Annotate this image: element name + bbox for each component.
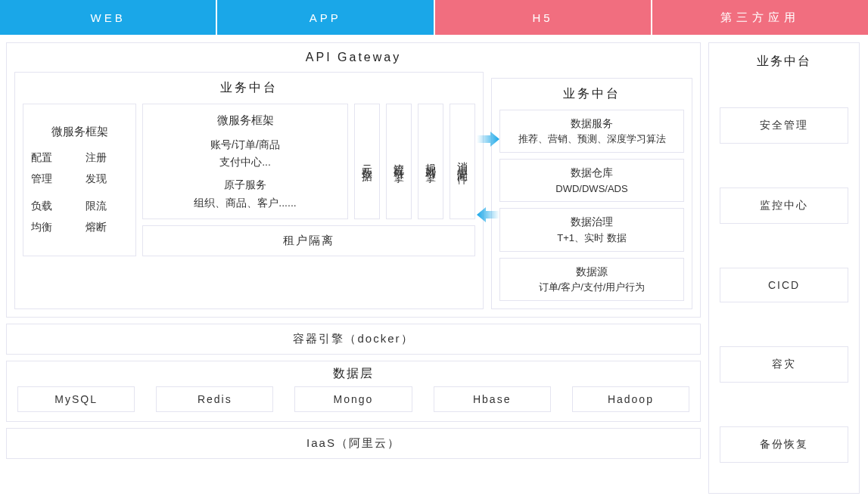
ops-panel: 业务中台 安全管理 监控中心 CICD 容灾 备份恢复 xyxy=(708,42,860,494)
biz-mid-right-panel: 业务中台 数据服务 推荐、营销、预测、深度学习算法 数据仓库 DWD/DWS/A… xyxy=(491,78,692,309)
msvc-item: 限流 xyxy=(86,200,128,213)
ops-dr: 容灾 xyxy=(720,346,848,383)
vcol-metadata: 元数据 xyxy=(354,104,380,219)
msvc-center-line: 支付中心... xyxy=(148,153,343,172)
msvc-item: 负载 xyxy=(31,200,73,213)
microservice-framework-grid: 配置 注册 管理 发现 负载 限流 均衡 熔断 xyxy=(31,151,128,234)
msvc-item: 配置 xyxy=(31,151,73,165)
data-item-title: 数据服务 xyxy=(503,115,680,132)
msvc-item: 熔断 xyxy=(86,221,128,234)
tab-app: APP xyxy=(217,0,434,35)
top-tabs: WEB APP H5 第三方应用 xyxy=(0,0,868,35)
microservice-center-title: 微服务框架 xyxy=(148,110,343,130)
data-item-title: 数据源 xyxy=(503,263,680,280)
data-item-title: 数据治理 xyxy=(503,213,680,230)
db-mysql: MySQL xyxy=(17,386,135,412)
biz-mid-left-content: 微服务框架 配置 注册 管理 发现 负载 限流 均衡 熔断 xyxy=(15,104,483,264)
biz-mid-right-title: 业务中台 xyxy=(492,79,692,110)
msvc-center-line: 原子服务 xyxy=(148,176,343,194)
data-panel-inner: 数据服务 推荐、营销、预测、深度学习算法 数据仓库 DWD/DWS/ADS 数据… xyxy=(492,110,692,308)
tab-h5: H5 xyxy=(435,0,652,35)
vcol-flow-engine: 流程引擎 xyxy=(386,104,412,219)
architecture-diagram: WEB APP H5 第三方应用 API Gateway 业务中台 微服务框架 xyxy=(0,0,868,496)
biz-mid-left-panel: 业务中台 微服务框架 配置 注册 管理 发现 负载 xyxy=(14,72,484,309)
left-column: API Gateway 业务中台 微服务框架 配置 注册 xyxy=(6,42,701,494)
body-row: API Gateway 业务中台 微服务框架 配置 注册 xyxy=(0,35,868,494)
data-warehouse-box: 数据仓库 DWD/DWS/ADS xyxy=(499,159,684,202)
ops-security: 安全管理 xyxy=(720,107,848,144)
data-item-desc: T+1、实时 数据 xyxy=(503,231,680,246)
db-hadoop: Hadoop xyxy=(572,386,689,412)
iaas-panel: IaaS（阿里云） xyxy=(6,428,701,459)
data-layer-inner: MySQL Redis Mongo Hbase Hadoop xyxy=(7,386,700,421)
ops-backup: 备份恢复 xyxy=(720,426,848,463)
microservice-center-row: 微服务框架 账号/订单/商品 支付中心... 原子服务 组织、商品、客户....… xyxy=(142,104,475,219)
data-service-box: 数据服务 推荐、营销、预测、深度学习算法 xyxy=(499,110,684,153)
ops-panel-title: 业务中台 xyxy=(709,43,859,80)
microservice-framework-box: 微服务框架 配置 注册 管理 发现 负载 限流 均衡 熔断 xyxy=(23,104,136,256)
tenant-isolation-box: 租户隔离 xyxy=(142,225,475,256)
microservice-center-box: 微服务框架 账号/订单/商品 支付中心... 原子服务 组织、商品、客户....… xyxy=(142,104,348,219)
biz-mid-left-title: 业务中台 xyxy=(15,73,483,104)
data-item-desc: DWD/DWS/ADS xyxy=(503,181,680,197)
arrow-right-icon xyxy=(477,132,499,147)
ops-monitor: 监控中心 xyxy=(720,188,848,224)
msvc-item: 注册 xyxy=(86,151,128,165)
microservice-framework-title: 微服务框架 xyxy=(31,125,128,139)
middleware-row: 业务中台 微服务框架 配置 注册 管理 发现 负载 xyxy=(7,72,700,317)
msvc-item: 发现 xyxy=(86,172,128,186)
msvc-item: 管理 xyxy=(31,172,73,186)
data-item-desc: 推荐、营销、预测、深度学习算法 xyxy=(503,132,680,147)
api-gateway-title: API Gateway xyxy=(7,43,700,72)
db-mongo: Mongo xyxy=(294,386,412,412)
tab-web: WEB xyxy=(0,0,217,35)
iaas-label: IaaS（阿里云） xyxy=(7,429,700,458)
api-gateway-panel: API Gateway 业务中台 微服务框架 配置 注册 xyxy=(6,42,701,318)
msvc-item: 均衡 xyxy=(31,221,73,234)
container-engine-label: 容器引擎（docker） xyxy=(7,324,700,354)
db-redis: Redis xyxy=(156,386,273,412)
microservice-center-wrap: 微服务框架 账号/订单/商品 支付中心... 原子服务 组织、商品、客户....… xyxy=(142,104,475,256)
ops-cicd: CICD xyxy=(720,268,848,302)
msvc-center-line: 组织、商品、客户...... xyxy=(148,194,343,212)
data-governance-box: 数据治理 T+1、实时 数据 xyxy=(499,208,684,251)
arrow-left-icon xyxy=(477,207,499,222)
db-row: MySQL Redis Mongo Hbase Hadoop xyxy=(17,386,689,412)
connector-arrows xyxy=(477,132,499,222)
data-item-desc: 订单/客户/支付/用户行为 xyxy=(503,280,680,296)
msvc-center-line: 账号/订单/商品 xyxy=(148,136,343,154)
vcol-message-mw: 消息中间件 xyxy=(450,104,475,219)
data-layer-title: 数据层 xyxy=(7,361,700,386)
container-engine-panel: 容器引擎（docker） xyxy=(6,324,701,355)
ops-list: 安全管理 监控中心 CICD 容灾 备份恢复 xyxy=(709,80,859,493)
db-hbase: Hbase xyxy=(434,386,551,412)
tab-thirdparty: 第三方应用 xyxy=(652,0,868,35)
right-column: 业务中台 安全管理 监控中心 CICD 容灾 备份恢复 xyxy=(708,42,860,494)
vcol-rule-engine: 规则引擎 xyxy=(418,104,443,219)
data-source-box: 数据源 订单/客户/支付/用户行为 xyxy=(499,258,684,301)
data-layer-panel: 数据层 MySQL Redis Mongo Hbase Hadoop xyxy=(6,361,701,422)
data-item-title: 数据仓库 xyxy=(503,164,680,181)
